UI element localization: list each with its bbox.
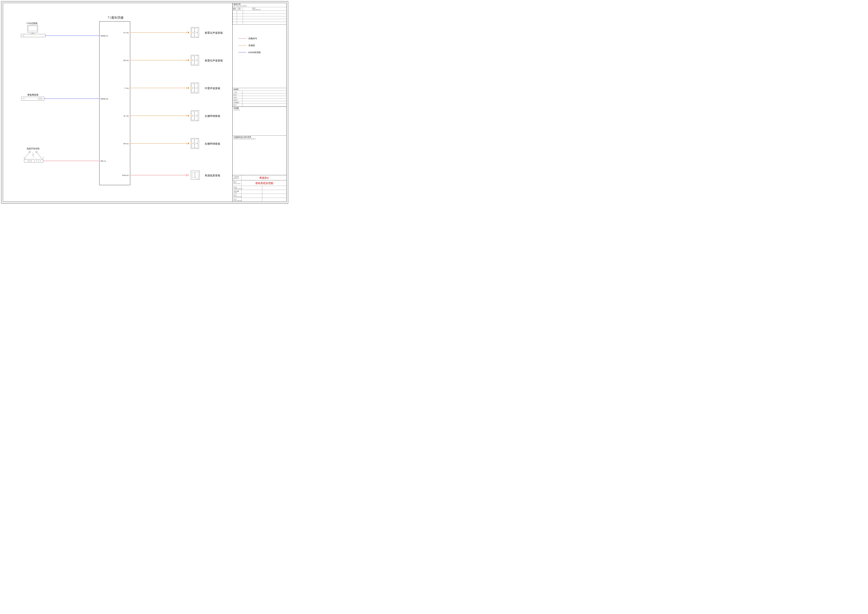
svg-point-21 — [36, 160, 37, 161]
svg-rect-9 — [40, 98, 40, 99]
svg-point-5 — [23, 35, 24, 36]
legend-hdmi: HDMI高清线 — [248, 51, 260, 53]
plan-hdr-en: KEY PLAN — [234, 109, 240, 110]
revision-table: 修改记录 REVISION RECORDER 修改 序号 日期 DATE 描 述… — [232, 3, 287, 25]
spk-fl-icon — [191, 27, 199, 38]
svg-line-13 — [36, 152, 42, 159]
svg-rect-4 — [21, 34, 45, 37]
spk-sl-label: 左侧环绕音箱 — [205, 115, 220, 118]
meet-r2: 结 构 — [234, 97, 237, 98]
arrow-sub — [186, 174, 189, 176]
spk-sub-icon — [191, 171, 200, 179]
device-vod: VOD点歌机 — [21, 22, 45, 37]
svg-rect-19 — [30, 160, 32, 162]
key-plan-box: 平面图 KEY PLAN — [232, 107, 287, 110]
tb-design-len: DESIGNED BY — [234, 200, 242, 201]
rev-c2b: DATE — [238, 9, 241, 10]
svg-point-23 — [40, 160, 41, 161]
rev-c2a: 日期 — [238, 8, 240, 9]
rev-hdr-en: REVISION RECORDER — [234, 5, 247, 6]
svg-line-17 — [42, 157, 43, 159]
svg-point-7 — [23, 98, 24, 99]
tb-project-v: 家庭影K — [259, 176, 269, 179]
legend-speaker: 音箱线 — [248, 44, 255, 47]
port-sl: SL Out — [124, 115, 129, 117]
legend-audio: 音频信号 — [248, 37, 257, 40]
spk-c-icon — [191, 83, 199, 93]
rev-c1b: 序号 — [233, 9, 236, 10]
amp-title: 7.1影K功放 — [108, 16, 124, 19]
svg-point-20 — [34, 160, 35, 161]
port-sub: SUB Out — [122, 174, 129, 176]
rev-hdr: 修改记录 — [234, 3, 240, 5]
tb-title-v: 音响系统原理图 — [255, 182, 273, 185]
plug-c — [186, 87, 189, 89]
port-hdmi-in1: HDMI In1 — [101, 35, 108, 37]
spk-sr-icon — [191, 138, 199, 149]
tb-check-l: 校 对 — [233, 194, 237, 196]
spk-fl-label: 前置左声道音箱 — [205, 31, 223, 34]
hdd-label: 硬盘播放器 — [28, 93, 39, 96]
meeting-sign-table: 会签栏 工 程 建 筑 结 构 给排水 空调通风 电 气 — [232, 88, 287, 107]
tb-lead-len: LEAD — [234, 192, 237, 193]
vod-label: VOD点歌机 — [26, 22, 38, 24]
port-hdmi-in2: HDMI In2 — [101, 98, 108, 100]
device-hdd: 硬盘播放器 — [22, 93, 44, 101]
spk-sl-icon — [191, 110, 199, 121]
meet-r4: 空调通风 — [234, 102, 239, 103]
port-sr: SR Out — [123, 143, 129, 145]
svg-rect-15 — [24, 159, 43, 162]
rev-c3a: 描 述 — [252, 8, 256, 9]
plug-fl — [186, 32, 189, 33]
plug-sr — [186, 143, 189, 144]
rev-c3b: DESCRIPTION — [252, 9, 261, 10]
titleblock-info: 工程名称 PROJECT 家庭影K 图 名 DWG TITLE 音响系统原理图 … — [232, 175, 287, 202]
svg-point-22 — [38, 160, 39, 161]
spk-sub-label: 有源低音音箱 — [205, 174, 220, 177]
tb-title-len: DWG TITLE — [234, 183, 240, 184]
spk-sr-label: 右侧环绕音箱 — [205, 142, 220, 145]
mic-label: 无线手持话筒 — [26, 148, 40, 150]
svg-line-11 — [25, 152, 30, 159]
tb-check-len: CHECKED BY — [234, 196, 242, 197]
stamp-hdr: 注册建筑设计师专用章 — [234, 136, 251, 138]
meet-r3: 给排水 — [234, 99, 238, 101]
stamp-box: 注册建筑设计师专用章 STAMP OF ARCHITECTURAL DESIGN — [232, 135, 287, 140]
plug-fr — [186, 59, 189, 61]
drawing-sheet: VOD点歌机 硬盘播放器 无线手持话筒 — [0, 0, 289, 205]
legend: 音频信号 音箱线 HDMI高清线 — [239, 37, 260, 53]
svg-rect-8 — [38, 98, 39, 99]
svg-rect-0 — [28, 25, 38, 32]
spk-fr-icon — [191, 55, 199, 65]
device-wireless-mic: 无线手持话筒 — [24, 148, 43, 162]
svg-line-16 — [24, 157, 25, 159]
meet-r5: 电 气 — [234, 104, 237, 106]
plug-sl — [186, 115, 189, 117]
tb-title-l: 图 名 — [234, 181, 237, 183]
port-mic-in: MIC In — [101, 160, 106, 162]
meet-r1: 建 筑 — [233, 94, 237, 95]
port-c: C Out — [124, 87, 129, 89]
meet-hdr: 会签栏 — [234, 89, 239, 90]
svg-rect-6 — [22, 97, 44, 101]
port-fr: FR Out — [123, 59, 129, 61]
svg-rect-10 — [41, 98, 42, 99]
spk-fr-label: 前置右声道音箱 — [205, 59, 223, 62]
stamp-hdr-en: STAMP OF ARCHITECTURAL DESIGN — [234, 138, 256, 140]
plan-hdr: 平面图 — [234, 107, 239, 109]
diagram-canvas: VOD点歌机 硬盘播放器 无线手持话筒 — [3, 3, 287, 202]
tb-project-l: 工程名称 — [234, 176, 239, 177]
tb-design-l: 设 计 — [234, 199, 237, 200]
port-fl: FL Out — [124, 32, 129, 34]
tb-project-len: PROJECT — [234, 178, 239, 179]
svg-rect-18 — [28, 160, 29, 162]
spk-c-label: 中置声道音箱 — [205, 87, 220, 90]
meet-r0: 工 程 — [234, 92, 237, 93]
tb-review-len: APPROVED BY — [234, 188, 242, 190]
svg-rect-1 — [28, 26, 37, 31]
